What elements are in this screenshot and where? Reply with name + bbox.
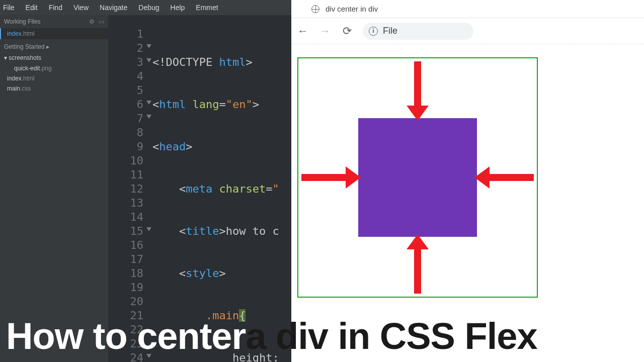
browser-tab-title[interactable]: div center in div (326, 5, 378, 13)
arrow-right-icon (301, 174, 348, 181)
menu-help[interactable]: Help (171, 4, 185, 12)
menu-bar: File Edit Find View Navigate Debug Help … (0, 0, 291, 15)
info-icon[interactable]: i (369, 27, 378, 36)
menu-debug[interactable]: Debug (138, 4, 159, 12)
back-button[interactable]: ← (296, 25, 309, 38)
preview-container (297, 57, 538, 298)
code-area[interactable]: 1 2 3 4 5 6 7 8 9 10 11 12 13 14 15 16 1… (108, 15, 291, 362)
menu-file[interactable]: File (3, 4, 15, 12)
address-bar[interactable]: i File (363, 23, 473, 40)
file-item[interactable]: main.css (0, 83, 108, 94)
arrow-left-icon (488, 174, 534, 181)
gear-icon[interactable]: ⚙ (89, 18, 95, 25)
reload-button[interactable]: ⟳ (341, 25, 354, 38)
file-name: index (7, 30, 22, 37)
chevron-right-icon: ▸ (46, 43, 49, 50)
working-file-item[interactable]: index.html (0, 28, 108, 39)
menu-find[interactable]: Find (49, 4, 62, 12)
folder-screenshots[interactable]: ▾ screenshots (0, 52, 108, 63)
working-files-label: Working Files (4, 18, 40, 25)
line-number-gutter: 1 2 3 4 5 6 7 8 9 10 11 12 13 14 15 16 1… (108, 15, 152, 362)
code-editor: File Edit Find View Navigate Debug Help … (0, 0, 291, 362)
code-content[interactable]: <!DOCTYPE html> <html lang="en"> <head> … (152, 15, 291, 362)
menu-emmet[interactable]: Emmet (196, 4, 218, 12)
menu-navigate[interactable]: Navigate (100, 4, 127, 12)
chevron-down-icon: ▾ (4, 54, 7, 61)
menu-edit[interactable]: Edit (26, 4, 38, 12)
menu-view[interactable]: View (73, 4, 89, 12)
globe-icon (311, 5, 319, 13)
browser-toolbar: ← → ⟳ i File (291, 18, 644, 44)
arrow-down-icon (414, 61, 421, 108)
sidebar: Working Files ⚙ ▭ index.html Getting Sta… (0, 15, 108, 362)
file-item[interactable]: index.html (0, 73, 108, 83)
panel-icon[interactable]: ▭ (99, 18, 104, 25)
working-files-header: Working Files ⚙ ▭ (0, 15, 108, 28)
browser-preview: div center in div ← → ⟳ i File (291, 0, 644, 362)
getting-started-header[interactable]: Getting Started ▸ (0, 39, 108, 52)
centered-div (358, 118, 477, 237)
url-label: File (383, 26, 397, 36)
file-item[interactable]: quick-edit.png (0, 63, 108, 73)
arrow-up-icon (414, 247, 421, 294)
file-ext: .html (22, 30, 35, 37)
forward-button[interactable]: → (318, 25, 332, 38)
browser-tab-bar: div center in div (291, 0, 644, 18)
